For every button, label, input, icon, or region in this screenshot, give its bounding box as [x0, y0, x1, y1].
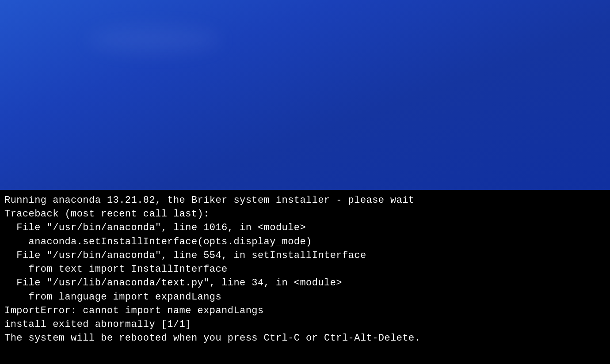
terminal-line-7: from language import expandLangs — [4, 290, 606, 304]
terminal-output: Running anaconda 13.21.82, the Briker sy… — [0, 190, 610, 364]
terminal-line-0: Running anaconda 13.21.82, the Briker sy… — [4, 193, 606, 207]
terminal-line-1: Traceback (most recent call last): — [4, 207, 606, 221]
screen: Running anaconda 13.21.82, the Briker sy… — [0, 0, 610, 364]
terminal-line-3: anaconda.setInstallInterface(opts.displa… — [4, 235, 606, 249]
terminal-line-6: File "/usr/lib/anaconda/text.py", line 3… — [4, 276, 606, 290]
terminal-line-9: install exited abnormally [1/1] — [4, 318, 606, 331]
terminal-line-5: from text import InstallInterface — [4, 262, 606, 276]
terminal-line-2: File "/usr/bin/anaconda", line 1016, in … — [4, 221, 606, 235]
terminal-line-8: ImportError: cannot import name expandLa… — [4, 304, 606, 318]
terminal-line-4: File "/usr/bin/anaconda", line 554, in s… — [4, 249, 606, 262]
terminal-line-10: The system will be rebooted when you pre… — [4, 331, 606, 345]
blue-background-area — [0, 0, 610, 190]
